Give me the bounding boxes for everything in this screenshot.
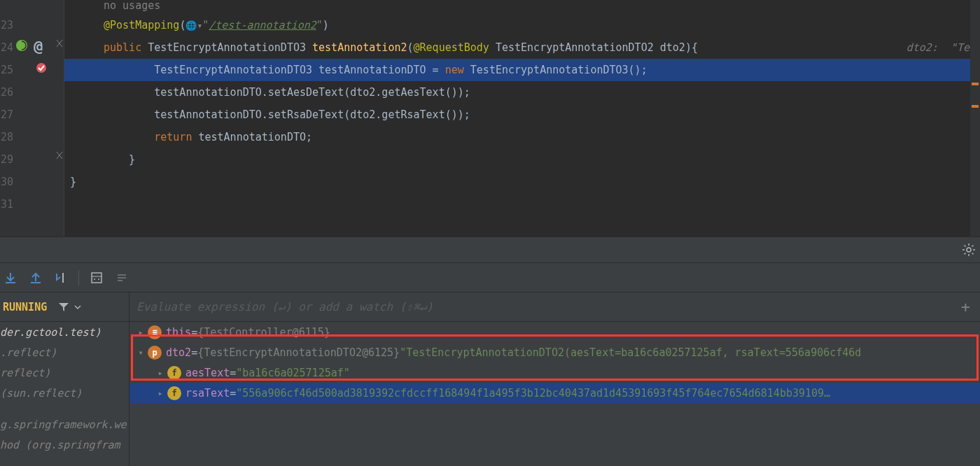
svg-line-10 bbox=[965, 253, 966, 255]
variables-pane: + ▸≡this = {TestController@6115}▾pdto2 =… bbox=[130, 292, 980, 466]
variable-type: {TestController@6115} bbox=[197, 326, 330, 339]
line-number: 27 bbox=[1, 108, 13, 121]
chevron-right-icon[interactable]: ▸ bbox=[155, 368, 166, 378]
svg-rect-14 bbox=[92, 273, 102, 283]
variable-name: this bbox=[166, 326, 191, 339]
svg-line-7 bbox=[965, 246, 966, 247]
stack-frame[interactable]: reflect) bbox=[0, 362, 129, 383]
line-number: 28 bbox=[1, 131, 13, 143]
variable-type: {TestEncryptAnnotationDTO2@6125} bbox=[197, 346, 400, 359]
svg-point-1 bbox=[36, 63, 46, 73]
variable-row[interactable]: ▾pdto2 = {TestEncryptAnnotationDTO2@6125… bbox=[130, 342, 980, 362]
chevron-right-icon[interactable]: ▸ bbox=[155, 388, 166, 398]
line-number: 26 bbox=[1, 86, 13, 99]
fold-close-icon[interactable] bbox=[56, 151, 63, 160]
field-icon: f bbox=[167, 366, 181, 380]
add-watch-icon[interactable]: + bbox=[958, 298, 973, 316]
chevron-right-icon[interactable]: ▸ bbox=[135, 327, 146, 337]
stack-frame[interactable]: der.gctool.test) bbox=[0, 322, 129, 342]
field-icon: f bbox=[167, 386, 181, 400]
variable-row[interactable]: ▸≡this = {TestController@6115} bbox=[130, 322, 980, 342]
current-execution-line: TestEncryptAnnotationDTO3 testAnnotation… bbox=[64, 59, 980, 81]
debug-toolbar bbox=[0, 263, 980, 292]
editor-gutter: 23 24 25 26 27 28 29 30 31 @ bbox=[0, 0, 64, 236]
variable-value: "556a906cf46d500ad3819392cfdccff168494f1… bbox=[236, 387, 830, 400]
usages-hint: no usages bbox=[104, 0, 160, 12]
variable-tree[interactable]: ▸≡this = {TestController@6115}▾pdto2 = {… bbox=[130, 322, 980, 466]
svg-line-9 bbox=[972, 246, 974, 247]
variable-value: "TestEncryptAnnotationDTO2(aesText=ba16c… bbox=[400, 346, 861, 359]
line-number: 31 bbox=[1, 198, 13, 211]
debug-status: RUNNING bbox=[3, 301, 47, 313]
variable-value: "ba16c6a0257125af" bbox=[236, 367, 350, 379]
stack-frame[interactable]: (sun.reflect) bbox=[0, 383, 129, 403]
run-to-cursor-icon[interactable] bbox=[53, 270, 69, 285]
method-name: testAnnotation2 bbox=[312, 41, 407, 54]
debug-panel-header bbox=[0, 236, 980, 263]
annotation: @PostMapping bbox=[104, 19, 179, 31]
line-number: 29 bbox=[1, 153, 13, 166]
line-number: 30 bbox=[1, 176, 13, 188]
svg-point-16 bbox=[94, 278, 95, 280]
step-into-icon[interactable] bbox=[3, 270, 18, 285]
calculator-icon[interactable] bbox=[89, 270, 104, 285]
code-editor: 23 24 25 26 27 28 29 30 31 @ no usag bbox=[0, 0, 980, 236]
step-out-icon[interactable] bbox=[28, 270, 43, 285]
debug-body: RUNNING der.gctool.test) .reflect) refle… bbox=[0, 292, 980, 466]
line-number: 23 bbox=[1, 19, 13, 31]
svg-point-2 bbox=[967, 248, 971, 252]
frames-pane: RUNNING der.gctool.test) .reflect) refle… bbox=[0, 292, 130, 466]
variable-name: rsaText bbox=[186, 387, 230, 400]
fold-toggle-icon[interactable] bbox=[56, 39, 63, 48]
code-area[interactable]: no usages @PostMapping(🌐▾"/test-annotati… bbox=[64, 0, 980, 236]
svg-point-17 bbox=[98, 278, 99, 280]
chevron-down-icon[interactable]: ▾ bbox=[135, 348, 146, 358]
evaluate-disabled-icon bbox=[114, 270, 130, 285]
filter-icon[interactable] bbox=[58, 302, 69, 313]
frames-header: RUNNING bbox=[0, 292, 129, 322]
gear-icon[interactable] bbox=[962, 243, 976, 257]
line-number: 24 bbox=[1, 41, 13, 54]
variable-name: aesText bbox=[186, 367, 230, 379]
inlay-hint: dto2: "Tes bbox=[906, 41, 976, 54]
evaluate-expression-input[interactable] bbox=[136, 300, 958, 313]
run-spring-icon[interactable] bbox=[15, 39, 28, 52]
object-icon: ≡ bbox=[148, 325, 162, 339]
evaluate-expression-row: + bbox=[130, 292, 980, 322]
svg-line-8 bbox=[972, 253, 974, 255]
chevron-down-icon[interactable] bbox=[74, 303, 82, 311]
variable-row[interactable]: ▸frsaText = "556a906cf46d500ad3819392cfd… bbox=[130, 383, 980, 403]
variable-name: dto2 bbox=[166, 346, 191, 359]
url-mapping[interactable]: /test-annotation2 bbox=[209, 19, 316, 31]
line-number: 25 bbox=[1, 64, 13, 76]
variable-row[interactable]: ▸faesText = "ba16c6a0257125af" bbox=[130, 362, 980, 383]
stack-frame[interactable]: .reflect) bbox=[0, 342, 129, 362]
at-annotation-icon[interactable]: @ bbox=[34, 38, 43, 55]
param-icon: p bbox=[148, 346, 162, 360]
breakpoint-icon[interactable] bbox=[35, 62, 48, 74]
error-stripe[interactable] bbox=[970, 0, 980, 236]
stack-frame[interactable]: hod (org.springfram bbox=[0, 435, 129, 455]
stack-frame[interactable]: g.springframework.we bbox=[0, 414, 129, 435]
